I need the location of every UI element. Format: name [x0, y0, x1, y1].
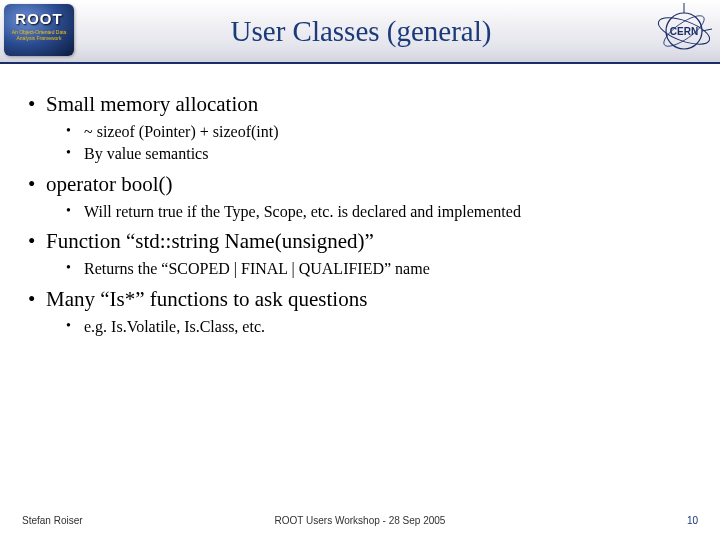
list-item: Many “Is*” functions to ask questions e.…: [24, 287, 696, 338]
bullet-list: Small memory allocation ~ sizeof (Pointe…: [24, 92, 696, 338]
sub-list: e.g. Is.Volatile, Is.Class, etc.: [46, 316, 696, 338]
bullet-text: Function “std::string Name(unsigned)”: [46, 229, 374, 253]
footer-page-number: 10: [687, 515, 698, 526]
sub-list-item: ~ sizeof (Pointer) + sizeof(int): [46, 121, 696, 143]
list-item: Function “std::string Name(unsigned)” Re…: [24, 229, 696, 280]
root-logo-text: ROOT: [4, 10, 74, 27]
root-logo: ROOT An Object-Oriented Data Analysis Fr…: [4, 4, 78, 60]
root-logo-subtitle: An Object-Oriented Data Analysis Framewo…: [8, 30, 70, 41]
cern-logo: CERN: [654, 3, 714, 59]
bullet-text: operator bool(): [46, 172, 173, 196]
bullet-text: Small memory allocation: [46, 92, 258, 116]
sub-list-item: Will return true if the Type, Scope, etc…: [46, 201, 696, 223]
slide-header: ROOT An Object-Oriented Data Analysis Fr…: [0, 0, 720, 64]
footer-author: Stefan Roiser: [22, 515, 83, 526]
slide-title: User Classes (general): [78, 15, 654, 48]
sub-list-item: e.g. Is.Volatile, Is.Class, etc.: [46, 316, 696, 338]
footer-center: ROOT Users Workshop - 28 Sep 2005: [0, 515, 720, 526]
sub-list: Will return true if the Type, Scope, etc…: [46, 201, 696, 223]
list-item: Small memory allocation ~ sizeof (Pointe…: [24, 92, 696, 166]
sub-list: Returns the “SCOPED | FINAL | QUALIFIED”…: [46, 258, 696, 280]
bullet-text: Many “Is*” functions to ask questions: [46, 287, 367, 311]
sub-list-item: Returns the “SCOPED | FINAL | QUALIFIED”…: [46, 258, 696, 280]
slide-footer: Stefan Roiser ROOT Users Workshop - 28 S…: [0, 515, 720, 526]
sub-list: ~ sizeof (Pointer) + sizeof(int) By valu…: [46, 121, 696, 166]
list-item: operator bool() Will return true if the …: [24, 172, 696, 223]
sub-list-item: By value semantics: [46, 143, 696, 165]
slide-content: Small memory allocation ~ sizeof (Pointe…: [0, 64, 720, 338]
cern-logo-text: CERN: [670, 26, 698, 37]
